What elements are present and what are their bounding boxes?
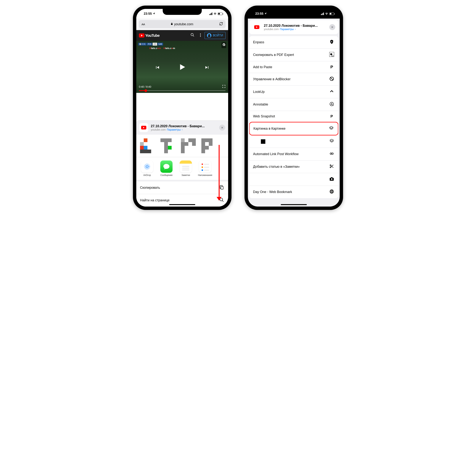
status-time: 23:55: [255, 12, 263, 16]
video-player[interactable]: ⚽ 2:31 ЛОК 0 0 БАВ Htels.c●m Htels.c●m: [136, 41, 228, 93]
action-label: Annotable: [253, 103, 268, 107]
adblocker-icon: [329, 76, 334, 82]
status-time: 23:55: [144, 12, 152, 16]
fullscreen-button[interactable]: [222, 85, 226, 89]
close-button[interactable]: [329, 24, 335, 30]
cellular-icon: [321, 12, 324, 15]
youtube-header: YouTube ВОЙТИ: [136, 30, 228, 41]
svg-point-1: [200, 33, 201, 34]
url-domain: youtube.com: [174, 22, 193, 26]
avatar-icon: [207, 33, 212, 38]
reminders-label: Напоминания: [198, 174, 212, 176]
share-contacts-row[interactable]: [136, 135, 228, 157]
next-button[interactable]: [204, 65, 210, 71]
action-label: Управление в AdBlocker: [253, 77, 291, 81]
layers-icon: [329, 126, 334, 131]
url-field[interactable]: AA youtube.com: [139, 20, 226, 28]
lookup-action[interactable]: LookUp: [249, 86, 338, 98]
video-time-display: 0:40 / 8:40: [139, 85, 151, 88]
youtube-brand-text: YouTube: [145, 33, 160, 38]
copy-action[interactable]: Скопировать: [136, 181, 228, 194]
blank-action[interactable]: [249, 135, 338, 148]
home-indicator[interactable]: [169, 204, 195, 205]
lookup-icon: [329, 89, 334, 95]
actions-list: Enpass Скопировать в PDF Expert PDF Add …: [249, 36, 338, 198]
settings-icon[interactable]: [221, 42, 226, 48]
share-params-link[interactable]: Параметры: [280, 28, 294, 31]
search-icon[interactable]: [188, 33, 196, 38]
wifi-icon: [213, 12, 217, 16]
copy-icon: [219, 185, 224, 191]
ad-banner: Htels.c●m Htels.c●m: [149, 47, 175, 49]
youtube-logo[interactable]: YouTube: [139, 33, 160, 38]
more-icon[interactable]: [198, 33, 203, 38]
url-bar: AA youtube.com: [136, 19, 228, 30]
cellular-icon: [209, 12, 212, 15]
annotable-action[interactable]: Annotable A: [249, 98, 338, 111]
reminders-app[interactable]: Напоминания: [198, 161, 212, 176]
pip-action[interactable]: Картинка в Картинке: [249, 122, 338, 135]
enpass-action[interactable]: Enpass: [249, 36, 338, 49]
play-button[interactable]: [178, 63, 187, 73]
svg-point-14: [330, 165, 331, 166]
messages-app[interactable]: Сообщения: [159, 161, 174, 176]
close-button[interactable]: [219, 125, 225, 131]
action-label: Enpass: [253, 40, 264, 44]
phone-left: 23:55 AA youtube.c: [133, 6, 231, 210]
notes-app[interactable]: Заметки: [178, 161, 193, 176]
action-label: LookUp: [253, 90, 264, 94]
notch: [274, 9, 313, 15]
previous-button[interactable]: [155, 65, 160, 71]
adblocker-action[interactable]: Управление в AdBlocker: [249, 73, 338, 86]
signin-button[interactable]: ВОЙТИ: [204, 32, 226, 39]
signin-label: ВОЙТИ: [213, 34, 223, 37]
action-label: Скопировать в PDF Expert: [253, 53, 294, 57]
notes-icon: [180, 161, 192, 173]
share-params-link[interactable]: Параметры: [167, 128, 181, 131]
contact-icon-3[interactable]: [181, 138, 196, 153]
black-square-icon: [261, 139, 265, 144]
contact-icon-2[interactable]: [161, 138, 175, 153]
progress-scrubber[interactable]: [144, 89, 147, 92]
wifi-icon: [325, 12, 328, 16]
find-label: Найти на странице: [140, 198, 170, 202]
share-domain: youtube.com: [151, 128, 166, 131]
add-notes-action[interactable]: Добавить статью в «Заметки»: [249, 161, 338, 173]
share-domain: youtube.com: [264, 28, 279, 31]
action-label: Add to Paste: [253, 65, 272, 69]
chevron-right-icon: ›: [182, 128, 183, 131]
annotable-icon: A: [329, 102, 334, 107]
home-indicator[interactable]: [281, 204, 307, 205]
contact-icon-4[interactable]: [201, 138, 216, 153]
share-title: 27.10.2020 Локомотив - Бавари...: [151, 124, 217, 128]
share-apps-row: AirDrop Сообщения Заметки Напоминания: [136, 157, 228, 180]
auto-link-action[interactable]: Automated Link Post Workflow: [249, 148, 338, 161]
svg-point-5: [145, 165, 149, 168]
contact-icon-1[interactable]: [140, 138, 155, 153]
web-snapshot-action[interactable]: Web Snapshot P: [249, 111, 338, 122]
reload-button[interactable]: [219, 22, 223, 26]
add-to-paste-action[interactable]: Add to Paste P: [249, 61, 338, 73]
reader-mode-button[interactable]: AA: [142, 23, 145, 26]
enpass-icon: [329, 39, 334, 45]
camera-action[interactable]: [249, 173, 338, 186]
camera-icon: [329, 176, 334, 182]
pdf-expert-action[interactable]: Скопировать в PDF Expert PDF: [249, 49, 338, 61]
airdrop-app[interactable]: AirDrop: [140, 161, 154, 176]
messages-icon: [160, 161, 172, 173]
svg-point-0: [191, 33, 193, 36]
layers-icon: [329, 139, 334, 144]
lock-icon: [171, 23, 173, 26]
battery-icon: [329, 13, 334, 15]
location-icon: [264, 12, 267, 16]
battery-icon: [218, 13, 222, 15]
scissors-icon: [329, 164, 334, 170]
progress-bar[interactable]: [139, 90, 226, 91]
phone-right: 23:55 27.10.2020 Локомотив -: [245, 6, 343, 210]
web-snapshot-icon: P: [329, 114, 334, 119]
svg-point-8: [220, 198, 222, 201]
dayone-action[interactable]: Day One - Web Bookmark: [249, 186, 338, 198]
more-apps[interactable]: [217, 161, 221, 176]
svg-point-3: [200, 36, 201, 37]
svg-text:A: A: [331, 103, 333, 106]
